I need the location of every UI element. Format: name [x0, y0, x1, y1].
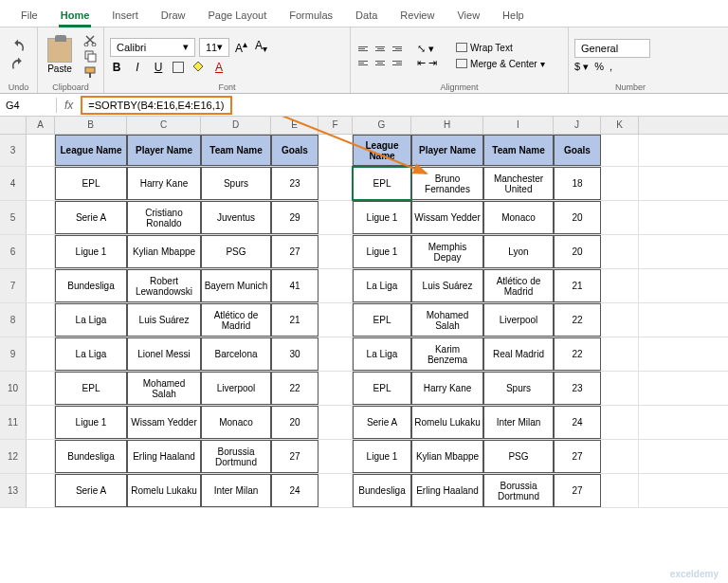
cell-I4[interactable]: Manchester United — [483, 167, 554, 200]
cell-A7[interactable] — [27, 269, 55, 302]
cell-F8[interactable] — [318, 303, 353, 337]
cell-H9[interactable]: Karim Benzema — [411, 337, 483, 371]
cell-J8[interactable]: 22 — [554, 303, 601, 337]
tab-formulas[interactable]: Formulas — [278, 4, 344, 27]
cell-D10[interactable]: Liverpool — [201, 372, 271, 405]
tab-help[interactable]: Help — [491, 4, 536, 27]
cell-I7[interactable]: Atlético de Madrid — [483, 269, 554, 302]
col-header-F[interactable]: F — [318, 117, 353, 134]
currency-button[interactable]: $ ▾ — [574, 61, 589, 73]
cell-F5[interactable] — [318, 201, 353, 234]
cell-J7[interactable]: 21 — [554, 269, 601, 302]
cell-E8[interactable]: 21 — [271, 303, 318, 337]
cell-C3[interactable]: Player Name — [127, 135, 201, 166]
cell-D5[interactable]: Juventus — [201, 201, 271, 234]
row-header-5[interactable]: 5 — [0, 201, 27, 234]
cell-I11[interactable]: Inter Milan — [483, 406, 554, 439]
undo-button[interactable] — [6, 36, 30, 75]
cell-K8[interactable] — [601, 303, 639, 337]
cell-F3[interactable] — [318, 135, 353, 166]
row-header-7[interactable]: 7 — [0, 269, 27, 302]
cell-H11[interactable]: Romelu Lukaku — [411, 406, 483, 439]
row-header-3[interactable]: 3 — [0, 135, 27, 166]
col-header-B[interactable]: B — [55, 117, 127, 134]
col-header-J[interactable]: J — [554, 117, 601, 134]
cell-G12[interactable]: Ligue 1 — [353, 440, 411, 473]
comma-button[interactable]: , — [610, 61, 612, 72]
cell-B3[interactable]: League Name — [55, 135, 127, 166]
cell-H5[interactable]: Wissam Yedder — [411, 201, 483, 234]
cell-E6[interactable]: 27 — [271, 235, 318, 268]
cell-K7[interactable] — [601, 269, 639, 302]
cell-B6[interactable]: Ligue 1 — [55, 235, 127, 268]
cell-K11[interactable] — [601, 406, 639, 439]
cell-A5[interactable] — [27, 201, 55, 234]
cell-A6[interactable] — [27, 235, 55, 268]
cell-B5[interactable]: Serie A — [55, 201, 127, 234]
cell-D13[interactable]: Inter Milan — [201, 474, 271, 507]
cell-K3[interactable] — [601, 135, 639, 166]
cell-C10[interactable]: Mohamed Salah — [127, 372, 201, 405]
indent-button[interactable]: ⇤ ⇥ — [417, 57, 437, 69]
copy-icon[interactable] — [83, 49, 97, 63]
cell-C4[interactable]: Harry Kane — [127, 167, 201, 200]
row-header-4[interactable]: 4 — [0, 167, 27, 200]
select-all-corner[interactable] — [0, 117, 27, 134]
cell-G8[interactable]: EPL — [353, 303, 411, 337]
cell-G10[interactable]: EPL — [353, 372, 411, 405]
formula-input[interactable]: =SORTBY(B4:E16,E4:E16,1) — [81, 96, 231, 115]
cell-F12[interactable] — [318, 440, 353, 473]
row-header-9[interactable]: 9 — [0, 337, 27, 371]
cell-C9[interactable]: Lionel Messi — [127, 337, 201, 371]
cell-A4[interactable] — [27, 167, 55, 200]
col-header-G[interactable]: G — [353, 117, 411, 134]
row-header-6[interactable]: 6 — [0, 235, 27, 268]
cell-C6[interactable]: Kylian Mbappe — [127, 235, 201, 268]
cell-I13[interactable]: Borussia Dortmund — [483, 474, 554, 507]
tab-page-layout[interactable]: Page Layout — [196, 4, 278, 27]
tab-insert[interactable]: Insert — [100, 4, 150, 27]
merge-center-button[interactable]: Merge & Center ▾ — [452, 57, 549, 71]
cell-A9[interactable] — [27, 337, 55, 371]
fill-color-button[interactable] — [191, 61, 205, 74]
tab-review[interactable]: Review — [389, 4, 446, 27]
cell-B13[interactable]: Serie A — [55, 474, 127, 507]
cell-D12[interactable]: Borussia Dortmund — [201, 440, 271, 473]
cell-I10[interactable]: Spurs — [483, 372, 554, 405]
cell-I9[interactable]: Real Madrid — [483, 337, 554, 371]
cell-G5[interactable]: Ligue 1 — [353, 201, 411, 234]
font-color-button[interactable]: A — [212, 61, 226, 74]
cell-K6[interactable] — [601, 235, 639, 268]
cell-I12[interactable]: PSG — [483, 440, 554, 473]
cell-F11[interactable] — [318, 406, 353, 439]
cell-A3[interactable] — [27, 135, 55, 166]
cell-E3[interactable]: Goals — [271, 135, 318, 166]
cell-G13[interactable]: Bundesliga — [353, 474, 411, 507]
cell-I6[interactable]: Lyon — [483, 235, 554, 268]
cell-K10[interactable] — [601, 372, 639, 405]
col-header-D[interactable]: D — [201, 117, 271, 134]
cell-J10[interactable]: 23 — [554, 372, 601, 405]
cell-A11[interactable] — [27, 406, 55, 439]
cell-J12[interactable]: 27 — [554, 440, 601, 473]
cell-J13[interactable]: 27 — [554, 474, 601, 507]
increase-font-icon[interactable]: A▴ — [233, 39, 249, 55]
cell-G6[interactable]: Ligue 1 — [353, 235, 411, 268]
cell-D6[interactable]: PSG — [201, 235, 271, 268]
cell-B10[interactable]: EPL — [55, 372, 127, 405]
col-header-I[interactable]: I — [483, 117, 554, 134]
cell-A8[interactable] — [27, 303, 55, 337]
format-painter-icon[interactable] — [83, 65, 97, 79]
cell-K13[interactable] — [601, 474, 639, 507]
col-header-H[interactable]: H — [411, 117, 483, 134]
cell-I5[interactable]: Monaco — [483, 201, 554, 234]
row-header-13[interactable]: 13 — [0, 474, 27, 507]
cell-I8[interactable]: Liverpool — [483, 303, 554, 337]
cell-C12[interactable]: Erling Haaland — [127, 440, 201, 473]
cell-A13[interactable] — [27, 474, 55, 507]
cell-G7[interactable]: La Liga — [353, 269, 411, 302]
cell-H10[interactable]: Harry Kane — [411, 372, 483, 405]
cell-F4[interactable] — [318, 167, 353, 200]
cell-A12[interactable] — [27, 440, 55, 473]
cell-J9[interactable]: 22 — [554, 337, 601, 371]
